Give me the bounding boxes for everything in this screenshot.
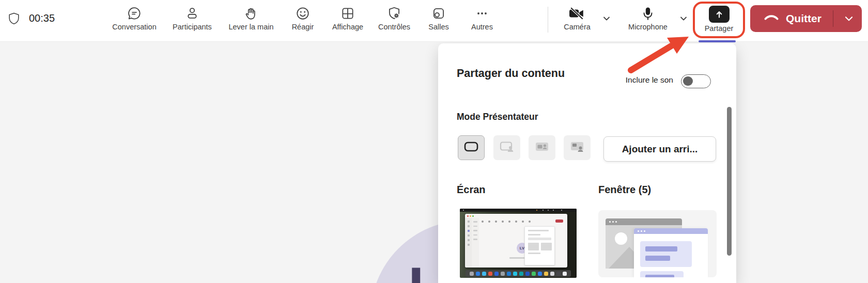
add-background-button[interactable]: Ajouter un arri... (603, 136, 716, 162)
mini-toolbar-icons (482, 220, 554, 224)
front-window-illustration (634, 228, 708, 277)
dock-app-icon (563, 272, 567, 276)
share-active-underline (699, 40, 736, 42)
mini-menu-icon (542, 210, 544, 211)
security-shield-icon (7, 11, 21, 29)
toolbar-item-chat[interactable]: Conversation (105, 5, 163, 31)
screen-share-thumbnail[interactable]: LV (460, 209, 577, 278)
camera-button[interactable]: Caméra (548, 5, 606, 31)
presenter-mode-reporter[interactable] (529, 135, 555, 160)
camera-off-icon (548, 5, 606, 22)
leave-chevron-down-icon[interactable] (843, 14, 855, 25)
mini-zoom-dot (472, 215, 474, 217)
leave-divider (833, 10, 833, 27)
content-only-icon (463, 140, 479, 155)
mini-menu-icon (548, 210, 549, 211)
microphone-label: Microphone (618, 23, 678, 31)
chat-icon (105, 5, 163, 22)
toolbar-item-label: Conversation (105, 23, 163, 31)
microphone-icon (618, 5, 678, 22)
dock-app-icon (513, 272, 517, 276)
mini-menu-icon (553, 210, 554, 211)
panel-scrollbar[interactable] (727, 107, 732, 256)
share-content-panel: Partager du contenu Inclure le son Mode … (438, 43, 736, 283)
person-icon (163, 5, 221, 22)
presenter-mode-side-by-side[interactable] (564, 135, 591, 160)
toggle-knob (683, 76, 693, 86)
dock-app-icon (556, 272, 561, 276)
mini-notification-dot (536, 210, 537, 211)
toolbar-item-label: Lever la main (222, 23, 280, 31)
presenter-mode-label: Mode Présentateur (457, 112, 538, 122)
dock-app-icon (532, 272, 536, 276)
dock-app-icon (544, 272, 548, 276)
mini-apple-icon (463, 210, 464, 211)
mini-clock (561, 210, 562, 211)
share-highlight-annotation (693, 2, 745, 38)
microphone-button[interactable]: Microphone (618, 5, 678, 31)
dock-app-icon (501, 272, 505, 276)
mini-quit-button (555, 219, 563, 223)
dock-app-icon (470, 272, 474, 276)
hangup-icon (764, 13, 779, 24)
screen-section-label: Écran (457, 184, 486, 196)
mini-close-dot (467, 215, 469, 217)
leave-button[interactable]: Quitter (750, 5, 862, 32)
panel-title: Partager du contenu (457, 67, 565, 80)
toolbar-item-more[interactable]: Autres (453, 5, 511, 31)
window-share-thumbnail[interactable] (598, 210, 717, 277)
standout-icon (499, 140, 515, 155)
camera-chevron-down-icon[interactable] (601, 13, 612, 26)
more-dots-icon (453, 5, 511, 22)
toolbar-item-participants[interactable]: Participants (163, 5, 221, 31)
dock-app-icon (519, 272, 523, 276)
mini-menubar (460, 209, 577, 212)
window-section-label: Fenêtre (5) (598, 184, 651, 196)
dock-app-icon (476, 272, 480, 276)
camera-label: Caméra (548, 23, 606, 31)
dock-app-icon (525, 272, 530, 276)
dock-app-icon (538, 272, 542, 276)
include-sound-toggle[interactable] (681, 74, 711, 88)
meeting-timer: 00:35 (29, 12, 55, 24)
mini-share-panel (524, 226, 555, 265)
dock-app-icon (482, 272, 486, 276)
mini-teams-window: LV (465, 214, 567, 268)
meeting-toolbar: 00:35 Conversation Participants Lever la… (0, 0, 868, 42)
mini-minimize-dot (470, 215, 471, 217)
toolbar-item-raise-hand[interactable]: Lever la main (222, 5, 280, 31)
mini-app-rail (465, 218, 472, 268)
leave-label: Quitter (786, 12, 822, 25)
include-sound-label: Inclure le son (563, 75, 673, 85)
reporter-icon (534, 140, 550, 155)
toolbar-item-label: Autres (453, 23, 511, 31)
dock-app-icon (507, 272, 511, 276)
dock-app-icon (550, 272, 554, 276)
presenter-mode-content-only[interactable] (458, 135, 485, 160)
microphone-chevron-down-icon[interactable] (678, 13, 689, 26)
dock-app-icon (494, 272, 499, 276)
dock-app-icon (488, 272, 492, 276)
mini-list-column (472, 218, 479, 268)
side-by-side-icon (569, 140, 585, 155)
toolbar-item-label: Participants (163, 23, 221, 31)
raised-hand-icon (222, 5, 280, 22)
dock (466, 270, 571, 277)
presenter-mode-standout[interactable] (493, 135, 520, 160)
